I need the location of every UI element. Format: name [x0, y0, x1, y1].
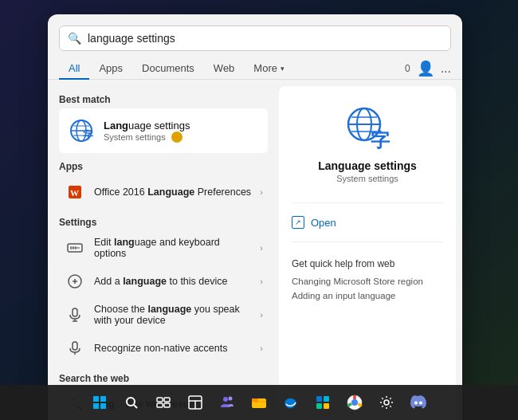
more-options-dots[interactable]: ...	[441, 61, 451, 76]
search-icon: 🔍	[68, 32, 81, 45]
svg-point-31	[127, 398, 135, 406]
quick-help-label: Get quick help from web	[292, 258, 443, 269]
chevron-right-icon-5: ›	[260, 343, 263, 353]
open-label: Open	[311, 217, 336, 229]
open-icon: ↗	[292, 216, 304, 229]
svg-rect-16	[73, 308, 77, 316]
tabs-bar: All Apps Documents Web More ▾ 0 👤 ...	[48, 57, 462, 80]
chevron-right-icon-4: ›	[260, 310, 263, 320]
divider-2	[292, 241, 443, 242]
choose-language-text: Choose the language you speak with your …	[94, 304, 252, 326]
content-area: Best match 字 Language settings	[48, 86, 462, 420]
tab-documents[interactable]: Documents	[132, 57, 204, 79]
subtitle-badge-icon	[171, 131, 182, 143]
svg-rect-19	[73, 342, 77, 350]
tab-more[interactable]: More ▾	[244, 57, 294, 79]
svg-point-40	[223, 397, 228, 402]
settings-button[interactable]	[373, 389, 400, 416]
right-panel-subtitle: System settings	[336, 174, 398, 183]
chevron-down-icon: ▾	[281, 65, 285, 73]
edge-button[interactable]	[277, 389, 304, 416]
right-panel-icon-area: 字 Language settings System settings	[318, 102, 417, 183]
list-item-edit-language[interactable]: Edit language and keyboard options ›	[59, 231, 268, 265]
account-icon: 👤	[417, 60, 434, 77]
best-match-label: Best match	[59, 94, 268, 105]
svg-rect-46	[316, 403, 322, 409]
open-button[interactable]: ↗ Open	[292, 213, 443, 232]
tab-all[interactable]: All	[59, 57, 89, 79]
svg-rect-34	[164, 398, 170, 402]
svg-rect-27	[93, 396, 99, 402]
best-match-title: Language settings	[104, 120, 190, 131]
svg-rect-33	[157, 398, 163, 402]
best-match-item[interactable]: 字 Language settings System settings	[59, 108, 268, 153]
right-panel-title: Language settings	[318, 159, 417, 172]
svg-text:字: 字	[371, 129, 390, 151]
mic-icon	[64, 304, 86, 326]
quick-link-2[interactable]: Adding an input language	[292, 289, 443, 303]
desktop: 🔍 language settings All Apps Documents W…	[0, 0, 518, 420]
chevron-right-icon: ›	[260, 187, 263, 197]
edit-language-text: Edit language and keyboard options	[94, 237, 252, 259]
widgets-button[interactable]	[182, 389, 209, 416]
svg-rect-44	[316, 396, 322, 402]
apps-section-label: Apps	[59, 161, 268, 172]
add-language-text: Add a language to this device	[94, 276, 252, 287]
notification-count: 0	[405, 63, 410, 74]
accents-text: Recognize non-native accents	[94, 343, 252, 354]
svg-point-50	[384, 400, 389, 405]
quick-link-1[interactable]: Changing Microsoft Store region	[292, 274, 443, 289]
best-match-subtitle: System settings	[104, 131, 190, 143]
svg-point-52	[419, 402, 422, 405]
keyboard-icon	[64, 237, 86, 259]
search-panel: 🔍 language settings All Apps Documents W…	[48, 14, 462, 420]
teams-button[interactable]	[214, 389, 241, 416]
office-icon: W	[64, 181, 86, 203]
best-match-text: Language settings System settings	[104, 120, 190, 143]
list-item-choose-language[interactable]: Choose the language you speak with your …	[59, 298, 268, 332]
search-bar[interactable]: 🔍 language settings	[59, 26, 451, 51]
svg-rect-45	[324, 396, 329, 402]
left-panel: Best match 字 Language settings	[48, 86, 279, 420]
svg-rect-28	[100, 396, 106, 402]
svg-line-32	[134, 405, 137, 408]
discord-button[interactable]	[405, 389, 432, 416]
office-item-text: Office 2016 Language Preferences	[94, 186, 252, 198]
svg-rect-30	[100, 403, 106, 409]
svg-rect-35	[157, 403, 163, 407]
start-button[interactable]	[86, 389, 113, 416]
taskbar	[0, 385, 518, 420]
chevron-right-icon-2: ›	[260, 243, 263, 253]
language-settings-large-icon: 字	[342, 102, 393, 153]
svg-text:W: W	[70, 188, 79, 198]
search-taskbar-button[interactable]	[118, 389, 145, 416]
tab-web[interactable]: Web	[204, 57, 245, 79]
svg-point-41	[229, 397, 233, 401]
svg-text:字: 字	[83, 129, 94, 141]
add-language-icon	[64, 270, 86, 292]
accent-icon	[64, 337, 86, 359]
tabs-right: 0 👤 ...	[405, 60, 451, 77]
explorer-button[interactable]	[245, 389, 273, 416]
svg-rect-47	[324, 403, 329, 409]
taskview-button[interactable]	[150, 389, 177, 416]
list-item-office[interactable]: W Office 2016 Language Preferences ›	[59, 175, 268, 209]
tab-apps[interactable]: Apps	[89, 57, 132, 79]
settings-section-label: Settings	[59, 217, 268, 228]
svg-point-49	[351, 399, 358, 406]
language-settings-icon: 字	[67, 116, 96, 145]
svg-point-51	[414, 402, 418, 405]
svg-rect-43	[252, 398, 258, 402]
search-input-value: language settings	[88, 32, 175, 45]
store-button[interactable]	[309, 389, 336, 416]
list-item-accents[interactable]: Recognize non-native accents ›	[59, 332, 268, 365]
svg-rect-36	[164, 403, 170, 407]
svg-rect-29	[93, 403, 99, 409]
right-panel: 字 Language settings System settings ↗ Op…	[279, 86, 456, 420]
chrome-button[interactable]	[341, 389, 368, 416]
chevron-right-icon-3: ›	[260, 277, 263, 286]
web-search-label: Search the web	[59, 373, 268, 384]
list-item-add-language[interactable]: Add a language to this device ›	[59, 265, 268, 298]
divider	[292, 202, 443, 203]
